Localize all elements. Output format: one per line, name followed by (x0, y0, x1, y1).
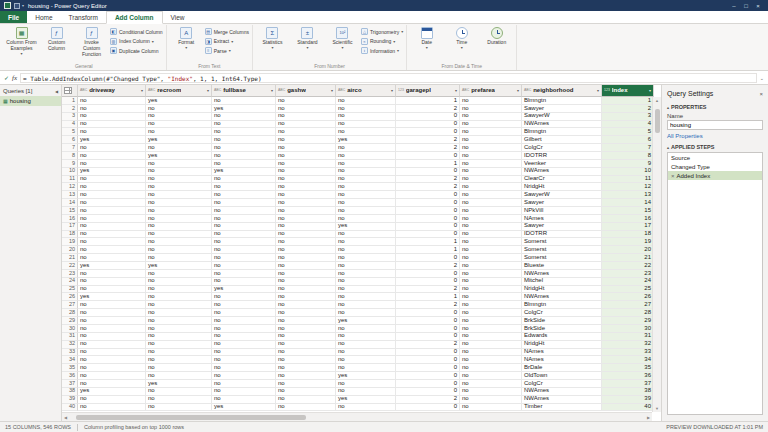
cell-garagepl[interactable]: 0 (396, 356, 460, 364)
cell-airco[interactable]: no (336, 246, 396, 254)
parse-button[interactable]: ≡ Parse ▾ (205, 47, 249, 54)
cell-garagepl[interactable]: 2 (396, 301, 460, 309)
cell-prefarea[interactable]: no (460, 396, 522, 404)
cell-Index[interactable]: 6 (602, 136, 654, 144)
expand-formula-bar-icon[interactable]: ⌄ (760, 75, 764, 81)
cell-driveway[interactable]: no (78, 246, 146, 254)
cell-Index[interactable]: 38 (602, 388, 654, 396)
row-number[interactable]: 34 (62, 356, 78, 364)
cell-recroom[interactable]: no (146, 404, 212, 412)
cell-driveway[interactable]: no (78, 341, 146, 349)
cell-Index[interactable]: 35 (602, 364, 654, 372)
cell-gashw[interactable]: no (276, 215, 336, 223)
cell-driveway[interactable]: no (78, 215, 146, 223)
cell-fullbase[interactable]: no (212, 183, 276, 191)
cell-recroom[interactable]: no (146, 160, 212, 168)
cell-fullbase[interactable]: no (212, 128, 276, 136)
statistics-button[interactable]: Σ Statistics ▾ (256, 25, 289, 62)
cell-Index[interactable]: 17 (602, 223, 654, 231)
row-number[interactable]: 40 (62, 404, 78, 412)
cell-driveway[interactable]: no (78, 231, 146, 239)
cell-driveway[interactable]: no (78, 254, 146, 262)
cell-neighborhood[interactable]: Blmngtn (522, 301, 602, 309)
rounding-button[interactable]: ≈ Rounding ▾ (361, 38, 403, 45)
cell-garagepl[interactable]: 0 (396, 254, 460, 262)
cell-neighborhood[interactable]: Blmngtn (522, 97, 602, 105)
cell-driveway[interactable]: no (78, 333, 146, 341)
cell-airco[interactable]: no (336, 231, 396, 239)
cell-fullbase[interactable]: no (212, 207, 276, 215)
cell-neighborhood[interactable]: BrkSide (522, 317, 602, 325)
row-number[interactable]: 15 (62, 207, 78, 215)
cell-fullbase[interactable]: no (212, 333, 276, 341)
cell-airco[interactable]: yes (336, 223, 396, 231)
cell-garagepl[interactable]: 0 (396, 333, 460, 341)
cell-fullbase[interactable]: no (212, 97, 276, 105)
cell-driveway[interactable]: no (78, 160, 146, 168)
cell-fullbase[interactable]: no (212, 136, 276, 144)
select-all-button[interactable] (62, 85, 78, 97)
tab-transform[interactable]: Transform (61, 11, 106, 23)
cell-neighborhood[interactable]: NridgHt (522, 183, 602, 191)
cell-neighborhood[interactable]: ColgCr (522, 309, 602, 317)
cell-fullbase[interactable]: no (212, 301, 276, 309)
cell-gashw[interactable]: no (276, 199, 336, 207)
format-button[interactable]: A Format ▾ (170, 25, 203, 62)
cell-airco[interactable]: no (336, 176, 396, 184)
cell-recroom[interactable]: yes (146, 380, 212, 388)
invoke-custom-function-button[interactable]: ƒ Invoke Custom Function (75, 25, 108, 62)
cell-garagepl[interactable]: 0 (396, 199, 460, 207)
cell-airco[interactable]: no (336, 152, 396, 160)
filter-icon[interactable]: ▾ (649, 87, 651, 94)
cell-recroom[interactable]: no (146, 278, 212, 286)
row-number[interactable]: 5 (62, 128, 78, 136)
cell-prefarea[interactable]: no (460, 168, 522, 176)
cell-airco[interactable]: no (336, 380, 396, 388)
column-header-driveway[interactable]: ABCdriveway▾ (78, 85, 146, 97)
save-icon[interactable] (14, 3, 20, 9)
cell-gashw[interactable]: no (276, 238, 336, 246)
cell-neighborhood[interactable]: NridgHt (522, 341, 602, 349)
filter-icon[interactable]: ▾ (207, 87, 209, 94)
cell-garagepl[interactable]: 0 (396, 325, 460, 333)
cell-driveway[interactable]: no (78, 309, 146, 317)
cell-recroom[interactable]: no (146, 309, 212, 317)
cell-prefarea[interactable]: no (460, 278, 522, 286)
cell-fullbase[interactable]: no (212, 341, 276, 349)
query-name-input[interactable] (667, 120, 763, 130)
row-number[interactable]: 11 (62, 176, 78, 184)
cell-prefarea[interactable]: no (460, 231, 522, 239)
cell-fullbase[interactable]: no (212, 356, 276, 364)
column-header-recroom[interactable]: ABCrecroom▾ (146, 85, 212, 97)
cell-prefarea[interactable]: no (460, 215, 522, 223)
close-panel-icon[interactable]: × (759, 91, 763, 97)
cell-recroom[interactable]: no (146, 128, 212, 136)
cell-fullbase[interactable]: yes (212, 105, 276, 113)
cell-Index[interactable]: 24 (602, 278, 654, 286)
cell-prefarea[interactable]: no (460, 404, 522, 412)
row-number[interactable]: 35 (62, 364, 78, 372)
cell-gashw[interactable]: no (276, 278, 336, 286)
cell-airco[interactable]: no (336, 254, 396, 262)
tab-add-column[interactable]: Add Column (106, 11, 163, 24)
filter-icon[interactable]: ▾ (141, 87, 143, 94)
cell-prefarea[interactable]: no (460, 388, 522, 396)
cell-recroom[interactable]: yes (146, 152, 212, 160)
cell-neighborhood[interactable]: Mitchel (522, 278, 602, 286)
cell-neighborhood[interactable]: Blueste (522, 262, 602, 270)
cell-garagepl[interactable]: 1 (396, 238, 460, 246)
cell-Index[interactable]: 4 (602, 121, 654, 129)
row-number[interactable]: 13 (62, 191, 78, 199)
cell-recroom[interactable]: no (146, 396, 212, 404)
cell-airco[interactable]: no (336, 404, 396, 412)
cell-garagepl[interactable]: 2 (396, 341, 460, 349)
cell-fullbase[interactable]: no (212, 176, 276, 184)
cell-Index[interactable]: 8 (602, 152, 654, 160)
cell-recroom[interactable]: yes (146, 136, 212, 144)
cell-Index[interactable]: 1 (602, 97, 654, 105)
row-number[interactable]: 25 (62, 286, 78, 294)
cell-driveway[interactable]: no (78, 97, 146, 105)
cell-airco[interactable]: yes (336, 396, 396, 404)
conditional-column-button[interactable]: ◧ Conditional Column (110, 28, 163, 35)
cell-driveway[interactable]: no (78, 199, 146, 207)
